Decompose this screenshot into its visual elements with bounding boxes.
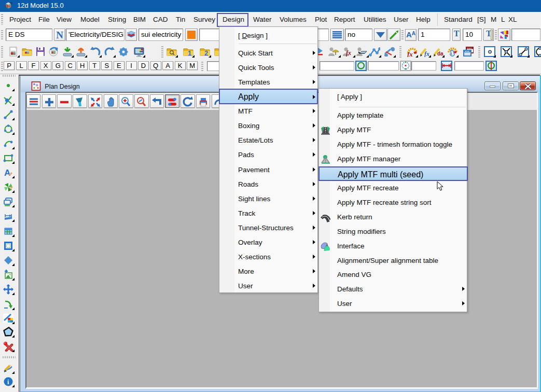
svg-text:1: 1	[188, 49, 191, 57]
svg-text:fx: fx	[346, 49, 351, 57]
svg-text:2: 2	[204, 49, 208, 57]
svg-text:15: 15	[10, 2, 13, 5]
svg-text:fx: fx	[407, 50, 413, 57]
svg-text:A: A	[4, 168, 10, 178]
svg-text:12d: 12d	[5, 5, 11, 8]
